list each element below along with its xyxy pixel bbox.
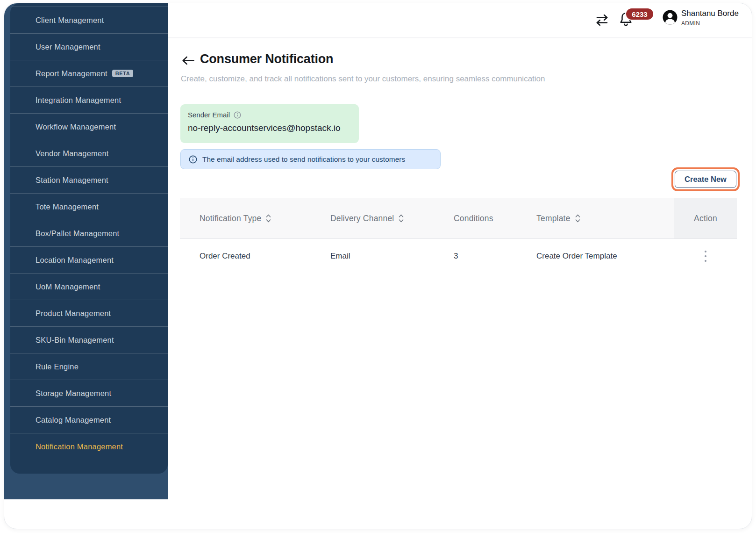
sidebar-item-uom-management[interactable]: UoM Management (10, 273, 168, 300)
sidebar-item-report-management[interactable]: Report ManagementBETA (10, 60, 168, 86)
table-row: Order Created Email 3 Create Order Templ… (180, 239, 737, 274)
sidebar-menu-panel: Client Management User Management Report… (10, 3, 168, 474)
cell-conditions: 3 (454, 252, 536, 261)
cell-notification-type: Order Created (180, 252, 330, 261)
user-role: ADMIN (681, 20, 739, 27)
topbar: 6233 Shantanu Borde ADMIN (168, 3, 752, 37)
info-banner-text: The email address used to send notificat… (202, 155, 405, 164)
page-subtitle: Create, customize, and track all notific… (181, 74, 545, 84)
info-icon (189, 155, 197, 164)
sidebar-item-tote-management[interactable]: Tote Management (10, 193, 168, 220)
table-header-row: Notification Type Delivery Channel Condi… (180, 198, 737, 239)
column-header-notification-type[interactable]: Notification Type (180, 198, 330, 238)
sidebar: Client Management User Management Report… (4, 3, 168, 499)
notifications-table: Notification Type Delivery Channel Condi… (180, 198, 737, 274)
sidebar-item-client-management[interactable]: Client Management (10, 7, 168, 33)
sidebar-item-integration-management[interactable]: Integration Management (10, 86, 168, 113)
sort-icon (575, 213, 581, 223)
beta-badge: BETA (112, 70, 134, 77)
create-new-button[interactable]: Create New (675, 171, 736, 188)
sort-icon (265, 213, 271, 223)
sidebar-item-location-management[interactable]: Location Management (10, 246, 168, 273)
back-arrow-icon[interactable] (182, 56, 194, 65)
sidebar-item-box-pallet-management[interactable]: Box/Pallet Management (10, 220, 168, 246)
sender-email-label: Sender Email (188, 111, 230, 119)
sidebar-item-storage-management[interactable]: Storage Management (10, 380, 168, 406)
sidebar-item-user-management[interactable]: User Management (10, 33, 168, 60)
column-header-conditions: Conditions (454, 198, 536, 238)
sort-icon (398, 213, 404, 223)
page-title: Consumer Notification (200, 52, 333, 66)
column-header-action: Action (674, 198, 737, 238)
sender-email-value: no-reply-accountservices@hopstack.io (188, 123, 351, 133)
info-icon[interactable] (234, 111, 241, 119)
sidebar-item-product-management[interactable]: Product Management (10, 300, 168, 326)
sidebar-item-station-management[interactable]: Station Management (10, 166, 168, 193)
sidebar-item-catalog-management[interactable]: Catalog Management (10, 406, 168, 433)
sidebar-item-sku-bin-management[interactable]: SKU-Bin Management (10, 326, 168, 353)
sidebar-item-notification-management[interactable]: Notification Management (10, 433, 168, 460)
column-header-delivery-channel[interactable]: Delivery Channel (330, 198, 454, 238)
avatar-icon[interactable] (662, 9, 678, 25)
switch-workspace-icon[interactable] (594, 13, 610, 27)
user-info[interactable]: Shantanu Borde ADMIN (681, 9, 739, 27)
row-actions-kebab-icon[interactable] (702, 248, 709, 265)
sender-email-card: Sender Email no-reply-accountservices@ho… (180, 104, 359, 143)
cell-template: Create Order Template (536, 252, 674, 261)
column-header-template[interactable]: Template (536, 198, 674, 238)
cell-delivery-channel: Email (330, 252, 454, 261)
sidebar-item-workflow-management[interactable]: Workflow Management (10, 113, 168, 140)
info-banner: The email address used to send notificat… (180, 149, 441, 169)
notification-count-badge[interactable]: 6233 (625, 7, 654, 21)
user-name: Shantanu Borde (681, 9, 739, 18)
highlight-ring: Create New (671, 167, 740, 191)
sidebar-item-rule-engine[interactable]: Rule Engine (10, 353, 168, 380)
app-window: Client Management User Management Report… (4, 3, 752, 529)
sidebar-item-vendor-management[interactable]: Vendor Management (10, 140, 168, 166)
